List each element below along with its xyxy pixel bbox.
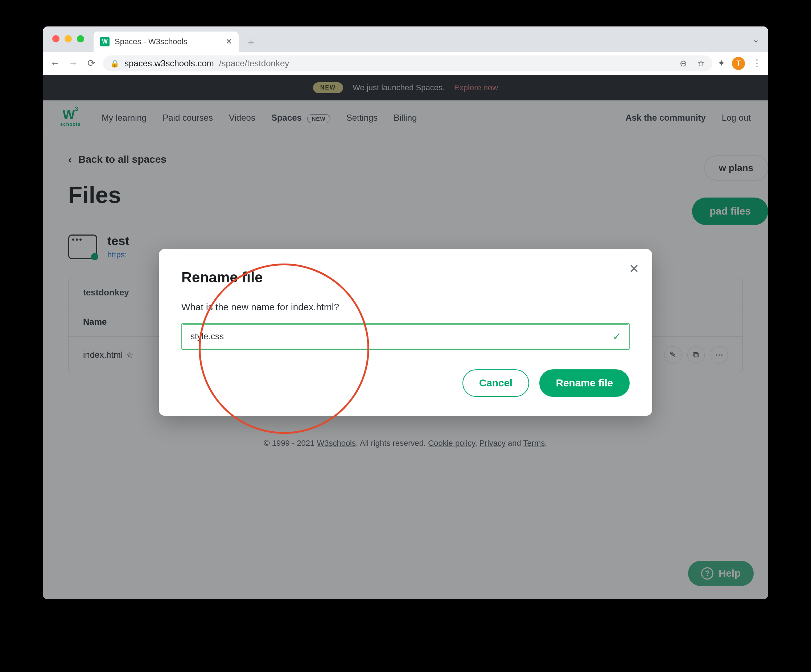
filename-input[interactable] — [183, 324, 628, 348]
tab-title: Spaces - W3schools — [115, 37, 221, 46]
tabs-overflow-icon[interactable]: ⌄ — [752, 34, 760, 45]
close-window-icon[interactable] — [52, 35, 59, 42]
extensions-icon[interactable]: ✦ — [718, 58, 725, 69]
address-bar[interactable]: 🔒 spaces.w3schools.com/space/testdonkey … — [103, 56, 713, 71]
url-path: /space/testdonkey — [219, 58, 289, 68]
modal-prompt: What is the new name for index.html? — [182, 301, 629, 313]
minimize-window-icon[interactable] — [64, 35, 72, 42]
profile-avatar[interactable]: T — [732, 57, 745, 70]
favicon-icon: W — [100, 37, 110, 46]
new-tab-button[interactable]: ＋ — [242, 33, 260, 51]
forward-button[interactable]: → — [67, 57, 80, 70]
lock-icon: 🔒 — [110, 59, 119, 68]
browser-toolbar: ← → ⟳ 🔒 spaces.w3schools.com/space/testd… — [43, 52, 768, 75]
modal-title: Rename file — [182, 269, 629, 286]
browser-menu-icon[interactable]: ⋮ — [752, 58, 762, 69]
window-controls — [52, 35, 84, 42]
rename-file-button[interactable]: Rename file — [540, 369, 629, 397]
filename-input-wrap: ✓ — [182, 323, 629, 350]
browser-tabstrip: W Spaces - W3schools ✕ ＋ ⌄ — [43, 27, 768, 52]
browser-tab[interactable]: W Spaces - W3schools ✕ — [93, 32, 239, 52]
page-viewport: NEW We just launched Spaces. Explore now… — [43, 75, 768, 599]
url-host: spaces.w3schools.com — [124, 58, 214, 68]
rename-file-modal: Rename file ✕ What is the new name for i… — [159, 249, 652, 416]
valid-check-icon: ✓ — [612, 330, 621, 342]
zoom-icon[interactable]: ⊖ — [680, 58, 687, 68]
reload-button[interactable]: ⟳ — [85, 57, 98, 70]
back-button[interactable]: ← — [49, 57, 62, 70]
cancel-button[interactable]: Cancel — [462, 369, 529, 397]
tab-close-icon[interactable]: ✕ — [226, 37, 232, 46]
modal-close-icon[interactable]: ✕ — [629, 261, 639, 276]
bookmark-star-icon[interactable]: ☆ — [697, 58, 705, 68]
maximize-window-icon[interactable] — [77, 35, 84, 42]
